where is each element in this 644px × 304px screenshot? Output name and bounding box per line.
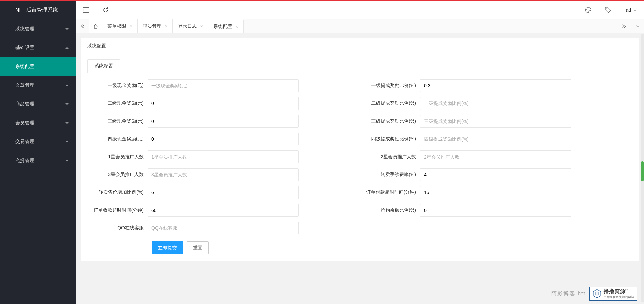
page-title: 系统配置 bbox=[81, 38, 639, 54]
watermark-brand: 撸撸资源® bbox=[604, 288, 634, 295]
tab-menu-permission[interactable]: 菜单权限 × bbox=[102, 19, 138, 33]
tab-login-log[interactable]: 登录日志 × bbox=[173, 19, 208, 33]
content-area: 系统配置 系统配置 一级现金奖励(元)一级提成奖励比例(%)二级现金奖励(元)二… bbox=[76, 33, 644, 304]
tab-staff-manage[interactable]: 职员管理 × bbox=[138, 19, 173, 33]
reset-button[interactable]: 重置 bbox=[187, 241, 209, 254]
sidebar-item-member-manage[interactable]: 会员管理 bbox=[0, 114, 76, 132]
chevron-down-icon bbox=[65, 28, 69, 30]
sidebar-item-label: 基础设置 bbox=[15, 45, 34, 51]
tabs-prev-button[interactable] bbox=[76, 19, 89, 33]
form-input-field[interactable] bbox=[148, 168, 299, 181]
form-input-field[interactable] bbox=[420, 115, 571, 128]
tab-label: 登录日志 bbox=[178, 23, 197, 29]
form-input-field[interactable] bbox=[420, 204, 571, 217]
form-label: 2星会员推广人数 bbox=[360, 154, 420, 160]
tab-label: 菜单权限 bbox=[107, 23, 126, 29]
form-item: 2星会员推广人数 bbox=[360, 150, 632, 163]
app-title: NFT后台管理系统 bbox=[0, 1, 76, 19]
watermark: 阿影博客 htt 撸撸资源® 白嫖互联网资源的网站 bbox=[551, 287, 637, 301]
sidebar-item-label: 充提管理 bbox=[15, 158, 34, 164]
form-input-field[interactable] bbox=[420, 97, 571, 110]
form-item: 四级提成奖励比例(%) bbox=[360, 133, 632, 145]
chevron-down-icon bbox=[65, 122, 69, 124]
tab-home[interactable] bbox=[89, 19, 102, 33]
tab-system-config[interactable]: 系统配置 × bbox=[208, 19, 244, 33]
form-item: 订单收款超时时间(分钟) bbox=[87, 204, 360, 217]
topbar: ad bbox=[76, 1, 644, 19]
form-label: 二级现金奖励(元) bbox=[87, 100, 148, 106]
menu-toggle-icon[interactable] bbox=[81, 5, 91, 15]
inner-tab-system-config[interactable]: 系统配置 bbox=[87, 59, 120, 73]
form-item: 抢购余额比例(%) bbox=[360, 204, 632, 217]
tabs-dropdown-button[interactable] bbox=[631, 19, 644, 33]
chevron-down-icon bbox=[634, 10, 636, 11]
chevron-down-icon bbox=[65, 141, 69, 143]
svg-point-2 bbox=[589, 9, 590, 9]
form-input-field[interactable] bbox=[420, 79, 571, 92]
form-item: 3星会员推广人数 bbox=[87, 168, 360, 181]
form-item: 二级提成奖励比例(%) bbox=[360, 97, 632, 110]
chevron-down-icon bbox=[65, 85, 69, 86]
form-item: 一级提成奖励比例(%) bbox=[360, 79, 632, 92]
form-input-field[interactable] bbox=[148, 222, 299, 234]
watermark-sub: 白嫖互联网资源的网站 bbox=[604, 295, 634, 299]
form-input-field[interactable] bbox=[420, 186, 571, 199]
chevron-down-icon bbox=[65, 160, 69, 162]
form-input-field[interactable] bbox=[148, 133, 299, 145]
sidebar-item-basic-settings[interactable]: 基础设置 bbox=[0, 38, 76, 57]
form-label: 3星会员推广人数 bbox=[87, 172, 148, 178]
form-item: 1星会员推广人数 bbox=[87, 150, 360, 163]
scrollbar-thumb[interactable] bbox=[641, 161, 644, 181]
form-input-field[interactable] bbox=[148, 204, 299, 217]
theme-icon[interactable] bbox=[583, 5, 593, 15]
close-icon[interactable]: × bbox=[236, 24, 238, 29]
sidebar-item-article-manage[interactable]: 文章管理 bbox=[0, 76, 76, 95]
sidebar-item-trade-manage[interactable]: 交易管理 bbox=[0, 132, 76, 151]
watermark-brand-box: 撸撸资源® 白嫖互联网资源的网站 bbox=[589, 287, 637, 301]
form-input-field[interactable] bbox=[148, 186, 299, 199]
form-input-field[interactable] bbox=[148, 150, 299, 163]
tab-label: 系统配置 bbox=[213, 24, 232, 30]
sidebar-item-product-manage[interactable]: 商品管理 bbox=[0, 95, 76, 114]
svg-point-1 bbox=[588, 8, 588, 9]
submit-button[interactable]: 立即提交 bbox=[152, 241, 183, 254]
tabs-next-button[interactable] bbox=[617, 19, 631, 33]
form-label: 一级提成奖励比例(%) bbox=[360, 83, 420, 89]
refresh-icon[interactable] bbox=[101, 5, 111, 15]
chevron-down-icon bbox=[65, 103, 69, 105]
form-label: 一级现金奖励(元) bbox=[87, 83, 148, 89]
svg-point-3 bbox=[606, 8, 607, 9]
sidebar-item-deposit-manage[interactable]: 充提管理 bbox=[0, 151, 76, 170]
sidebar-item-label: 交易管理 bbox=[15, 139, 34, 145]
form-input-field[interactable] bbox=[148, 97, 299, 110]
form-input-field[interactable] bbox=[148, 115, 299, 128]
form-label: QQ在线客服 bbox=[87, 225, 148, 231]
form-input-field[interactable] bbox=[148, 79, 299, 92]
card: 系统配置 系统配置 一级现金奖励(元)一级提成奖励比例(%)二级现金奖励(元)二… bbox=[81, 38, 639, 261]
sidebar-item-label: 会员管理 bbox=[15, 120, 34, 126]
scrollbar-vertical[interactable] bbox=[641, 34, 644, 302]
form-input-field[interactable] bbox=[420, 150, 571, 163]
tab-label: 职员管理 bbox=[143, 23, 161, 29]
sidebar-item-system-config[interactable]: 系统配置 bbox=[0, 57, 76, 76]
close-icon[interactable]: × bbox=[165, 24, 167, 29]
user-menu[interactable]: ad bbox=[623, 7, 639, 13]
form-item: 二级现金奖励(元) bbox=[87, 97, 360, 110]
form-label: 订单收款超时时间(分钟) bbox=[87, 207, 148, 213]
sidebar-item-system-manage[interactable]: 系统管理 bbox=[0, 19, 76, 38]
form-item: QQ在线客服 bbox=[87, 222, 360, 234]
close-icon[interactable]: × bbox=[130, 24, 132, 29]
tag-icon[interactable] bbox=[603, 5, 613, 15]
sidebar-item-label: 商品管理 bbox=[15, 101, 34, 107]
sidebar-item-label: 文章管理 bbox=[15, 82, 34, 88]
form-label: 1星会员推广人数 bbox=[87, 154, 148, 160]
sidebar: NFT后台管理系统 系统管理 基础设置 系统配置 文章管理 商品管理 会员管理 … bbox=[0, 1, 76, 304]
close-icon[interactable]: × bbox=[200, 24, 203, 29]
sidebar-item-label: 系统配置 bbox=[15, 63, 34, 70]
watermark-logo-icon bbox=[592, 289, 602, 298]
form-label: 二级提成奖励比例(%) bbox=[360, 100, 420, 106]
form-label: 三级现金奖励(元) bbox=[87, 118, 148, 124]
form-input-field[interactable] bbox=[420, 168, 571, 181]
form-input-field[interactable] bbox=[420, 133, 571, 145]
main: ad 菜单权限 × 职员管理 × 登录日志 × bbox=[76, 1, 644, 304]
